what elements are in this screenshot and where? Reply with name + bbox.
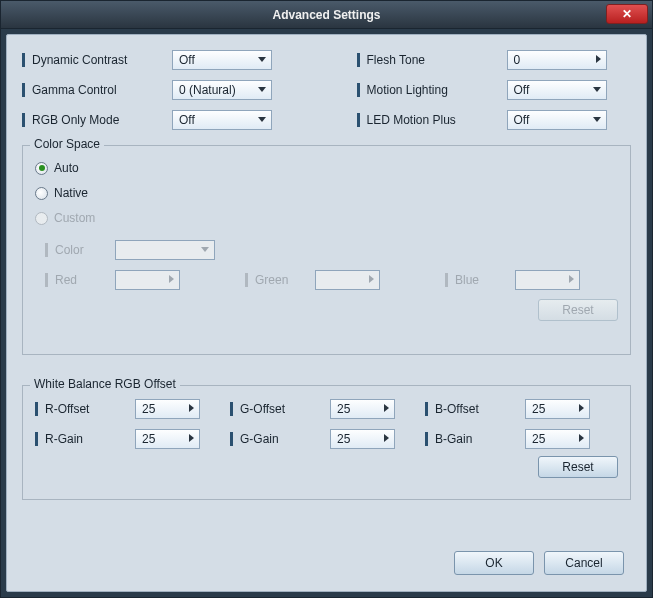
legend-color-space: Color Space bbox=[30, 137, 104, 151]
radio-label-native: Native bbox=[54, 186, 88, 200]
fieldset-color-space: Color Space Auto Native Custom Color bbox=[22, 145, 631, 355]
label-blue: Blue bbox=[445, 273, 515, 287]
chevron-right-icon bbox=[369, 275, 374, 283]
chevron-down-icon bbox=[258, 117, 266, 122]
radio-custom bbox=[35, 212, 48, 225]
footer-buttons: OK Cancel bbox=[454, 551, 624, 575]
legend-white-balance: White Balance RGB Offset bbox=[30, 377, 180, 391]
chevron-down-icon bbox=[258, 87, 266, 92]
chevron-right-icon bbox=[169, 275, 174, 283]
label-g-gain: G-Gain bbox=[230, 432, 330, 446]
label-green: Green bbox=[245, 273, 315, 287]
combo-motion-lighting[interactable]: Off bbox=[507, 80, 607, 100]
label-b-gain: B-Gain bbox=[425, 432, 525, 446]
radio-auto[interactable] bbox=[35, 162, 48, 175]
label-red: Red bbox=[45, 273, 115, 287]
spinner-b-offset[interactable]: 25 bbox=[525, 399, 590, 419]
row-rgbonly-led: RGB Only Mode Off LED Motion Plus Off bbox=[22, 105, 631, 135]
button-colorspace-reset: Reset bbox=[538, 299, 618, 321]
combo-rgb-only-mode[interactable]: Off bbox=[172, 110, 272, 130]
combo-led-motion-plus[interactable]: Off bbox=[507, 110, 607, 130]
combo-gamma-control[interactable]: 0 (Natural) bbox=[172, 80, 272, 100]
spinner-r-offset[interactable]: 25 bbox=[135, 399, 200, 419]
close-icon: ✕ bbox=[622, 7, 632, 21]
label-r-gain: R-Gain bbox=[35, 432, 135, 446]
chevron-right-icon bbox=[189, 404, 194, 412]
chevron-right-icon bbox=[384, 404, 389, 412]
titlebar: Advanced Settings ✕ bbox=[1, 1, 652, 29]
spinner-g-offset[interactable]: 25 bbox=[330, 399, 395, 419]
chevron-right-icon bbox=[579, 404, 584, 412]
chevron-right-icon bbox=[569, 275, 574, 283]
spinner-flesh-tone[interactable]: 0 bbox=[507, 50, 607, 70]
label-color: Color bbox=[45, 243, 115, 257]
label-r-offset: R-Offset bbox=[35, 402, 135, 416]
spinner-b-gain[interactable]: 25 bbox=[525, 429, 590, 449]
label-motion-lighting: Motion Lighting bbox=[357, 83, 507, 97]
spinner-g-gain[interactable]: 25 bbox=[330, 429, 395, 449]
chevron-right-icon bbox=[596, 55, 601, 63]
spinner-green bbox=[315, 270, 380, 290]
radio-label-custom: Custom bbox=[54, 211, 95, 225]
window-title: Advanced Settings bbox=[272, 8, 380, 22]
color-space-custom-panel: Color Red Green Blue bbox=[45, 235, 618, 325]
content-panel: Dynamic Contrast Off Flesh Tone 0 Gamma … bbox=[6, 34, 647, 592]
label-b-offset: B-Offset bbox=[425, 402, 525, 416]
label-g-offset: G-Offset bbox=[230, 402, 330, 416]
chevron-right-icon bbox=[189, 434, 194, 442]
spinner-blue bbox=[515, 270, 580, 290]
chevron-right-icon bbox=[579, 434, 584, 442]
chevron-down-icon bbox=[593, 87, 601, 92]
close-button[interactable]: ✕ bbox=[606, 4, 648, 24]
combo-color bbox=[115, 240, 215, 260]
radio-label-auto: Auto bbox=[54, 161, 79, 175]
cancel-button[interactable]: Cancel bbox=[544, 551, 624, 575]
combo-dynamic-contrast[interactable]: Off bbox=[172, 50, 272, 70]
label-flesh-tone: Flesh Tone bbox=[357, 53, 507, 67]
spinner-red bbox=[115, 270, 180, 290]
radio-row-native: Native bbox=[35, 182, 618, 204]
window: Advanced Settings ✕ Dynamic Contrast Off… bbox=[0, 0, 653, 598]
radio-row-auto: Auto bbox=[35, 157, 618, 179]
row-dynamic-flesh: Dynamic Contrast Off Flesh Tone 0 bbox=[22, 45, 631, 75]
chevron-right-icon bbox=[384, 434, 389, 442]
spinner-r-gain[interactable]: 25 bbox=[135, 429, 200, 449]
label-dynamic-contrast: Dynamic Contrast bbox=[22, 53, 172, 67]
label-gamma-control: Gamma Control bbox=[22, 83, 172, 97]
fieldset-white-balance: White Balance RGB Offset R-Offset 25 G-O… bbox=[22, 385, 631, 500]
ok-button[interactable]: OK bbox=[454, 551, 534, 575]
button-wb-reset[interactable]: Reset bbox=[538, 456, 618, 478]
label-led-motion-plus: LED Motion Plus bbox=[357, 113, 507, 127]
radio-row-custom: Custom bbox=[35, 207, 618, 229]
label-rgb-only-mode: RGB Only Mode bbox=[22, 113, 172, 127]
chevron-down-icon bbox=[258, 57, 266, 62]
chevron-down-icon bbox=[593, 117, 601, 122]
chevron-down-icon bbox=[201, 247, 209, 252]
row-gamma-motion: Gamma Control 0 (Natural) Motion Lightin… bbox=[22, 75, 631, 105]
radio-native[interactable] bbox=[35, 187, 48, 200]
